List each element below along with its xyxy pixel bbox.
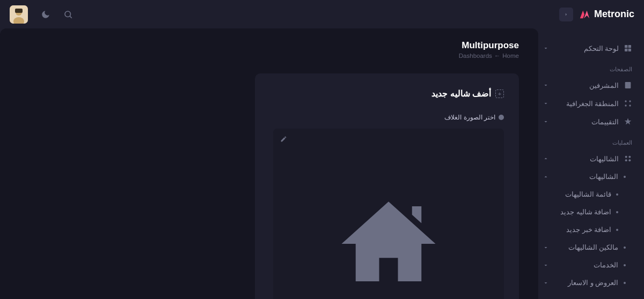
chevron-down-icon	[543, 45, 549, 51]
dots-icon	[624, 99, 632, 108]
add-chalet-card: + أضف شاليه جديد اختر الصورة الغلاف	[255, 73, 519, 299]
cover-image-box[interactable]	[273, 129, 504, 299]
card-title-row: + أضف شاليه جديد	[270, 88, 504, 99]
dots-icon	[624, 154, 632, 163]
sidebar-item-chalets-owners[interactable]: مالكين الشاليهات	[538, 238, 644, 256]
chevron-down-icon	[543, 280, 549, 286]
sidebar-section-pages: الصفحات	[538, 63, 644, 76]
bullet-icon	[616, 193, 618, 196]
house-icon	[332, 188, 445, 299]
sidebar-services-label: الخدمات	[594, 261, 618, 269]
breadcrumb: Dashboards ← Home	[459, 53, 519, 59]
svg-point-11	[625, 100, 626, 102]
avatar[interactable]	[10, 5, 28, 24]
sidebar-item-chalets-add[interactable]: اضافة شاليه جديد	[538, 203, 644, 221]
chevron-up-icon	[543, 174, 549, 180]
svg-rect-7	[628, 45, 631, 48]
brand[interactable]: Metronic	[579, 9, 634, 20]
sidebar-item-reviews[interactable]: التقييمات	[538, 113, 644, 131]
brand-logo-icon	[579, 9, 590, 20]
chevron-down-icon	[543, 82, 549, 88]
dot-icon	[499, 115, 504, 120]
cover-edit-button[interactable]	[277, 133, 289, 145]
page-title: Multipurpose	[459, 40, 519, 51]
sidebar-admins-label: المشرفين	[589, 81, 619, 89]
bullet-icon	[616, 211, 618, 213]
sidebar-item-chalets-list[interactable]: قائمة الشاليهات	[538, 185, 644, 203]
svg-point-16	[628, 156, 631, 158]
search-icon[interactable]	[63, 10, 73, 19]
svg-point-4	[65, 11, 71, 17]
cover-label: اختر الصورة الغلاف	[444, 114, 495, 121]
sidebar-chalets-list-label: قائمة الشاليهات	[565, 190, 611, 198]
svg-rect-6	[625, 45, 627, 48]
sidebar-item-dashboard[interactable]: لوحة التحكم	[538, 39, 644, 57]
svg-point-17	[625, 159, 627, 161]
svg-rect-10	[625, 82, 631, 88]
chevron-down-icon	[543, 100, 549, 107]
bullet-icon	[616, 229, 618, 231]
moon-icon[interactable]	[41, 10, 50, 19]
svg-point-12	[629, 100, 631, 102]
svg-point-13	[625, 104, 626, 106]
sidebar-toggle-button[interactable]	[559, 8, 573, 21]
topbar-left	[10, 5, 73, 24]
chevron-down-icon	[543, 244, 549, 251]
sidebar-section-ops: العمليات	[538, 136, 644, 150]
sidebar-geo-label: المنطقة الجغرافية	[566, 100, 619, 108]
grid-icon	[624, 44, 632, 53]
bullet-icon	[624, 264, 626, 266]
sidebar-offers-label: العروض و الاسعار	[568, 279, 618, 287]
sidebar-item-chalets-news[interactable]: اضافة خبر جديد	[538, 221, 644, 238]
sidebar-item-services[interactable]: الخدمات	[538, 256, 644, 274]
pencil-icon	[280, 136, 287, 143]
chevron-down-icon	[543, 262, 549, 268]
user-badge-icon	[624, 81, 632, 89]
bullet-icon	[624, 246, 626, 249]
chevron-up-icon	[543, 155, 549, 162]
svg-rect-9	[628, 49, 631, 51]
chevron-down-icon	[543, 118, 549, 125]
svg-line-5	[70, 16, 71, 18]
star-icon	[624, 117, 632, 126]
sidebar-owners-label: مالكين الشاليهات	[568, 243, 618, 251]
breadcrumb-sep: ←	[494, 53, 501, 59]
sidebar-item-chalets-sub[interactable]: الشاليهات	[538, 168, 644, 185]
topbar-right: Metronic	[559, 8, 634, 21]
main-content: Multipurpose Dashboards ← Home + أضف شال…	[0, 28, 538, 299]
sidebar-item-geo[interactable]: المنطقة الجغرافية	[538, 94, 644, 113]
brand-text: Metronic	[594, 9, 634, 20]
bullet-icon	[624, 176, 626, 178]
sidebar-dashboard-label: لوحة التحكم	[584, 44, 619, 53]
sidebar-chalets-add-label: اضافة شاليه جديد	[560, 208, 611, 216]
layout: لوحة التحكم الصفحات المشرفين المنطقة الج…	[0, 28, 644, 299]
sidebar-chalets-label: الشاليهات	[590, 155, 619, 163]
svg-rect-8	[625, 49, 627, 51]
card-title: أضف شاليه جديد	[431, 88, 491, 99]
sidebar-item-admins[interactable]: المشرفين	[538, 76, 644, 94]
svg-point-18	[628, 159, 631, 161]
sidebar: لوحة التحكم الصفحات المشرفين المنطقة الج…	[538, 28, 644, 299]
bullet-icon	[624, 282, 626, 284]
sidebar-reviews-label: التقييمات	[591, 118, 619, 126]
page-header: Multipurpose Dashboards ← Home	[19, 40, 519, 59]
sidebar-item-offers[interactable]: العروض و الاسعار	[538, 274, 644, 291]
sidebar-chalets-news-label: اضافة خبر جديد	[566, 226, 611, 234]
sidebar-chalets-sub-label: الشاليهات	[589, 173, 618, 181]
svg-rect-3	[15, 9, 23, 13]
plus-icon: +	[495, 89, 504, 98]
svg-point-14	[629, 104, 631, 106]
cover-label-row: اختر الصورة الغلاف	[270, 114, 504, 121]
sidebar-item-chalets[interactable]: الشاليهات	[538, 150, 644, 168]
breadcrumb-dash[interactable]: Dashboards	[459, 53, 492, 59]
topbar: Metronic	[0, 0, 644, 28]
breadcrumb-home[interactable]: Home	[502, 53, 519, 59]
svg-point-15	[625, 156, 627, 158]
